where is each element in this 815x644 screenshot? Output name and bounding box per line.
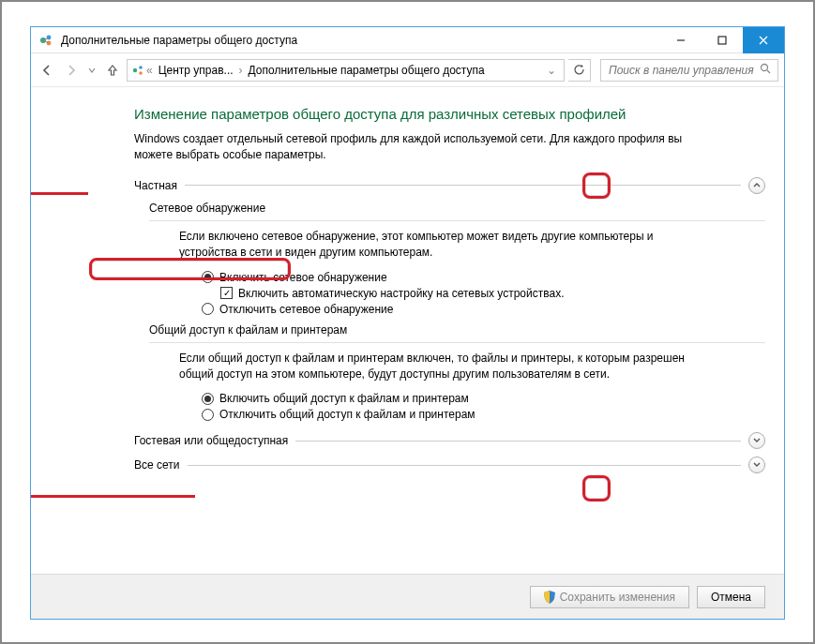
- checkbox-auto-setup[interactable]: Включить автоматическую настройку на сет…: [220, 287, 765, 300]
- checkbox-icon: [220, 287, 233, 299]
- radio-label: Отключить общий доступ к файлам и принте…: [219, 408, 475, 421]
- window: Дополнительные параметры общего доступа …: [30, 26, 785, 620]
- annotation-underline: [31, 495, 195, 498]
- chevron-down-icon[interactable]: ⌄: [543, 64, 560, 77]
- up-button[interactable]: [102, 60, 123, 81]
- network-icon: [131, 64, 144, 77]
- button-bar: Сохранить изменения Отмена: [31, 574, 784, 619]
- save-button-label: Сохранить изменения: [560, 591, 675, 604]
- breadcrumb-sep: «: [146, 64, 153, 77]
- maximize-button[interactable]: [702, 27, 743, 53]
- svg-point-11: [139, 71, 143, 75]
- save-button[interactable]: Сохранить изменения: [530, 586, 689, 608]
- page-heading: Изменение параметров общего доступа для …: [134, 106, 765, 122]
- back-button[interactable]: [37, 60, 57, 81]
- content-area: Изменение параметров общего доступа для …: [31, 87, 784, 574]
- minimize-button[interactable]: [660, 27, 702, 53]
- divider: [295, 441, 741, 442]
- radio-icon: [202, 271, 214, 283]
- radio-label: Отключить сетевое обнаружение: [219, 303, 393, 316]
- divider: [188, 465, 742, 466]
- svg-point-10: [139, 66, 143, 69]
- titlebar: Дополнительные параметры общего доступа: [31, 27, 784, 53]
- section-private-label: Частная: [134, 179, 177, 192]
- chevron-right-icon: ›: [239, 64, 243, 77]
- search-input[interactable]: [607, 63, 760, 78]
- breadcrumb-item[interactable]: Дополнительные параметры общего доступа: [245, 64, 489, 77]
- shield-icon: [544, 591, 555, 604]
- fileshare-explain: Если общий доступ к файлам и принтерам в…: [179, 351, 686, 383]
- expand-button[interactable]: [748, 457, 765, 473]
- window-title: Дополнительные параметры общего доступа: [61, 34, 660, 47]
- discovery-explain: Если включено сетевое обнаружение, этот …: [179, 229, 686, 262]
- annotation-underline: [31, 192, 88, 195]
- svg-line-13: [767, 70, 770, 73]
- breadcrumb-item[interactable]: Центр управ...: [155, 64, 237, 77]
- radio-label: Включить общий доступ к файлам и принтер…: [219, 392, 469, 405]
- section-guest-label: Гостевая или общедоступная: [134, 434, 288, 447]
- subsection-fileshare: Общий доступ к файлам и принтерам Если о…: [149, 323, 765, 422]
- section-all-label: Все сети: [134, 458, 180, 472]
- cancel-button-label: Отмена: [711, 591, 751, 604]
- radio-label: Включить сетевое обнаружение: [219, 271, 387, 284]
- radio-icon: [202, 393, 214, 405]
- forward-button[interactable]: [61, 60, 82, 81]
- app-icon: [38, 33, 53, 48]
- radio-discovery-on[interactable]: Включить сетевое обнаружение: [202, 271, 765, 284]
- refresh-button[interactable]: [568, 59, 591, 82]
- breadcrumb[interactable]: « Центр управ... › Дополнительные параме…: [127, 59, 565, 82]
- search-icon: [760, 63, 772, 78]
- subsection-discovery: Сетевое обнаружение Если включено сетево…: [149, 202, 765, 316]
- checkbox-label: Включить автоматическую настройку на сет…: [238, 287, 565, 300]
- close-button[interactable]: [743, 27, 784, 53]
- divider: [149, 342, 765, 343]
- divider: [149, 220, 765, 221]
- radio-icon: [202, 409, 214, 421]
- search-box[interactable]: [600, 59, 778, 82]
- expand-button[interactable]: [748, 432, 765, 449]
- radio-fileshare-off[interactable]: Отключить общий доступ к файлам и принте…: [202, 408, 765, 421]
- recent-dropdown[interactable]: [85, 60, 98, 81]
- discovery-title: Сетевое обнаружение: [149, 202, 765, 215]
- radio-fileshare-on[interactable]: Включить общий доступ к файлам и принтер…: [202, 392, 765, 405]
- radio-discovery-off[interactable]: Отключить сетевое обнаружение: [202, 303, 765, 316]
- collapse-button[interactable]: [748, 177, 765, 194]
- cancel-button[interactable]: Отмена: [697, 586, 765, 608]
- divider: [185, 185, 741, 186]
- radio-icon: [202, 303, 214, 315]
- svg-point-12: [762, 64, 768, 70]
- section-all[interactable]: Все сети: [134, 457, 765, 473]
- svg-rect-6: [718, 37, 726, 44]
- section-guest[interactable]: Гостевая или общедоступная: [134, 432, 765, 449]
- annotation-box: [582, 475, 611, 502]
- section-private[interactable]: Частная: [134, 177, 765, 194]
- page-description: Windows создает отдельный сетевой профил…: [134, 131, 687, 164]
- navbar: « Центр управ... › Дополнительные параме…: [31, 53, 784, 87]
- fileshare-title: Общий доступ к файлам и принтерам: [149, 323, 765, 337]
- svg-point-9: [133, 67, 137, 71]
